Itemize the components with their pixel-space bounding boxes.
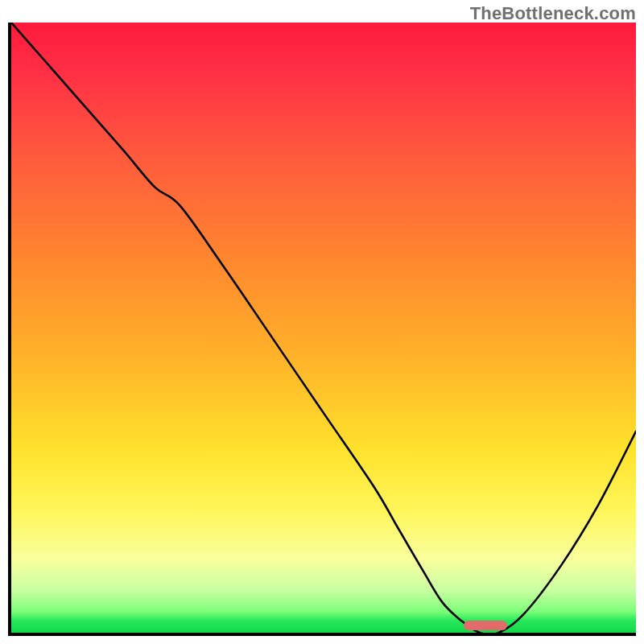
optimal-range-marker [464, 621, 508, 630]
chart-root: TheBottleneck.com [0, 0, 644, 644]
watermark-text: TheBottleneck.com [470, 3, 636, 24]
bottleneck-curve [11, 23, 636, 633]
plot-area [8, 23, 636, 636]
